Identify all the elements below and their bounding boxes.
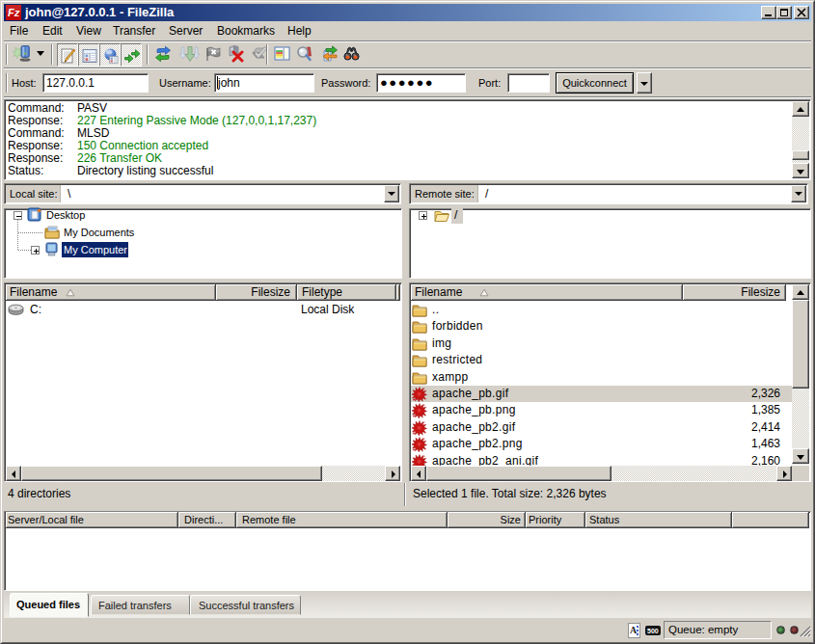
svg-text:Fz: Fz xyxy=(8,7,20,18)
svg-text:A: A xyxy=(630,625,638,635)
